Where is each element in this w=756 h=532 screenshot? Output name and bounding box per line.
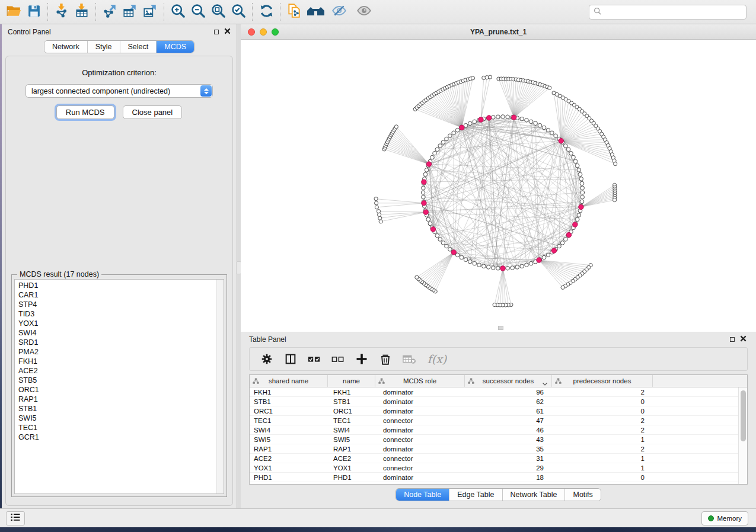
network-node[interactable]	[566, 148, 570, 152]
network-node[interactable]	[563, 144, 567, 148]
network-node[interactable]	[578, 172, 582, 177]
apply-layout-button[interactable]	[256, 2, 276, 21]
show-graphics-button[interactable]	[354, 2, 374, 21]
network-node[interactable]	[520, 117, 524, 121]
close-panel-icon[interactable]	[740, 335, 747, 344]
network-node[interactable]	[445, 137, 449, 141]
mcds-hub-node[interactable]	[566, 232, 571, 237]
network-node[interactable]	[460, 255, 464, 259]
network-node[interactable]	[473, 120, 477, 124]
network-node[interactable]	[577, 168, 581, 172]
network-node[interactable]	[468, 259, 473, 264]
network-node[interactable]	[493, 303, 496, 306]
zoom-fit-button[interactable]	[208, 2, 228, 21]
mcds-result-item[interactable]: STP4	[18, 300, 214, 309]
network-node[interactable]	[428, 222, 432, 226]
mcds-result-item[interactable]: YOX1	[18, 319, 214, 328]
network-node[interactable]	[379, 220, 382, 223]
column-header-shared-name[interactable]: shared name	[250, 375, 328, 387]
network-node[interactable]	[572, 155, 576, 159]
network-node[interactable]	[546, 128, 550, 132]
network-node[interactable]	[560, 241, 564, 245]
window-minimize-icon[interactable]	[260, 28, 267, 36]
network-node[interactable]	[511, 266, 515, 270]
mcds-result-item[interactable]: CAR1	[18, 290, 214, 300]
mcds-hub-node[interactable]	[479, 117, 483, 122]
network-graph-svg[interactable]	[241, 40, 756, 332]
column-header-successor-nodes[interactable]: successor nodes	[465, 375, 552, 387]
mcds-result-item[interactable]: STB1	[18, 404, 214, 414]
mcds-result-list[interactable]: PHD1CAR1STP4TID3YOX1SWI4SRD1PMA2FKH1ACE2…	[14, 279, 224, 494]
network-node[interactable]	[468, 121, 473, 126]
mcds-hub-node[interactable]	[422, 201, 426, 206]
network-node[interactable]	[477, 263, 481, 267]
network-node[interactable]	[534, 121, 538, 126]
network-node[interactable]	[377, 209, 380, 213]
network-node[interactable]	[448, 134, 452, 138]
network-node[interactable]	[452, 131, 456, 135]
network-node[interactable]	[525, 263, 529, 267]
window-maximize-icon[interactable]	[272, 28, 279, 36]
mcds-result-item[interactable]: PHD1	[18, 281, 214, 290]
network-node[interactable]	[580, 191, 585, 195]
network-node[interactable]	[542, 255, 546, 259]
table-row[interactable]: PHD1PHD1dominator180	[250, 473, 747, 482]
network-node[interactable]	[548, 86, 551, 89]
network-node[interactable]	[471, 76, 474, 80]
network-node[interactable]	[375, 201, 378, 205]
network-node[interactable]	[542, 126, 546, 130]
network-node[interactable]	[563, 238, 567, 242]
tab-edge-table[interactable]: Edge Table	[449, 489, 502, 501]
tab-network-table[interactable]: Network Table	[503, 489, 566, 501]
network-node[interactable]	[377, 213, 381, 216]
import-network-button[interactable]	[52, 2, 72, 21]
table-row[interactable]: SWI4SWI4dominator462	[250, 425, 747, 435]
network-node[interactable]	[464, 258, 468, 262]
network-node[interactable]	[613, 198, 616, 201]
memory-button[interactable]: Memory	[701, 511, 748, 525]
column-settings-gear-button[interactable]	[258, 350, 276, 368]
run-mcds-button[interactable]: Run MCDS	[56, 105, 114, 119]
network-node[interactable]	[488, 75, 492, 79]
network-node[interactable]	[515, 265, 519, 270]
canvas-splitter-handle[interactable]	[498, 326, 503, 330]
mcds-result-item[interactable]: ACE2	[18, 366, 214, 376]
mcds-hub-node[interactable]	[423, 210, 428, 214]
network-node[interactable]	[422, 186, 426, 190]
column-header-mcds-role[interactable]: MCDS role	[375, 375, 465, 387]
mcds-hub-node[interactable]	[460, 125, 464, 130]
network-node[interactable]	[580, 186, 585, 190]
close-panel-button[interactable]: Close panel	[123, 105, 183, 119]
network-node[interactable]	[580, 181, 584, 185]
network-node[interactable]	[426, 217, 430, 222]
network-node[interactable]	[441, 241, 445, 245]
select-all-rows-button[interactable]	[305, 350, 323, 368]
export-image-button[interactable]	[140, 2, 160, 21]
new-network-from-selection-button[interactable]	[284, 2, 304, 21]
table-row[interactable]: FKH1FKH1dominator962	[250, 387, 747, 397]
network-node[interactable]	[441, 140, 445, 145]
network-node[interactable]	[491, 116, 495, 120]
tab-select[interactable]: Select	[120, 41, 157, 53]
network-node[interactable]	[554, 134, 558, 138]
network-node[interactable]	[580, 200, 584, 204]
network-node[interactable]	[557, 244, 562, 248]
column-header-name[interactable]: name	[328, 375, 375, 387]
network-node[interactable]	[525, 118, 529, 122]
mcds-hub-node[interactable]	[573, 222, 578, 227]
table-row[interactable]: ACE2ACE2connector311	[250, 454, 747, 463]
table-row[interactable]: SWI5SWI5connector431	[250, 435, 747, 444]
save-session-button[interactable]	[24, 2, 44, 21]
mcds-hub-node[interactable]	[579, 204, 583, 209]
tab-network[interactable]: Network	[44, 41, 88, 53]
mcds-hub-node[interactable]	[486, 116, 491, 120]
tab-motifs[interactable]: Motifs	[565, 489, 600, 501]
export-network-button[interactable]	[100, 2, 120, 21]
mcds-result-item[interactable]: TID3	[18, 309, 214, 319]
mcds-hub-node[interactable]	[559, 139, 563, 143]
network-node[interactable]	[455, 128, 460, 132]
network-node[interactable]	[394, 125, 398, 129]
table-row[interactable]: STB1STB1dominator620	[250, 397, 747, 406]
mcds-result-item[interactable]: RAP1	[18, 395, 214, 404]
network-node[interactable]	[425, 168, 429, 172]
